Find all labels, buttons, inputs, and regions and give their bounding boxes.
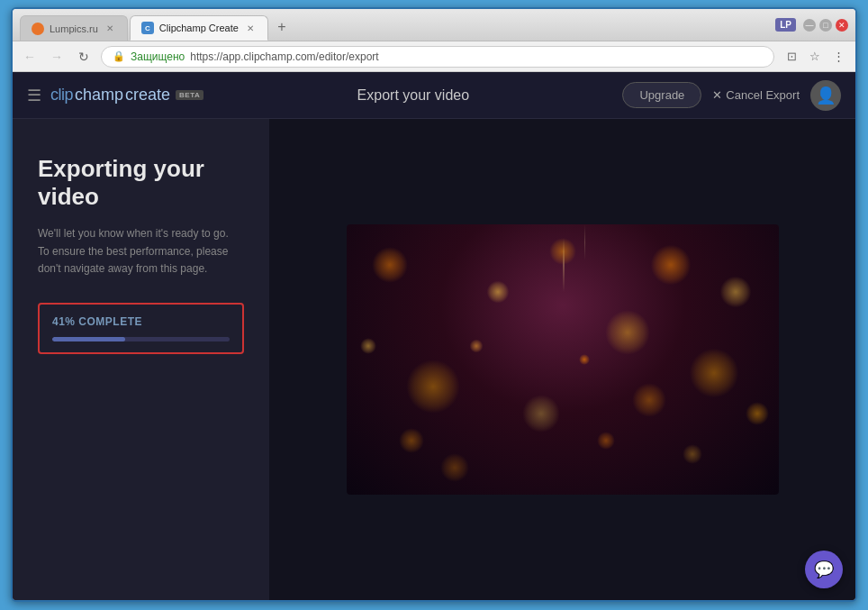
bokeh-particle xyxy=(360,338,376,354)
secure-icon: 🔒 xyxy=(113,50,125,62)
bookmark-icon[interactable]: ☆ xyxy=(805,47,825,67)
sidebar: Exporting your video We'll let you know … xyxy=(13,119,269,600)
app-header: ☰ clipchampcreate BETA Export your video… xyxy=(13,72,855,119)
cancel-label: Cancel Export xyxy=(726,88,800,102)
tab-lumpics[interactable]: Lumpics.ru ✕ xyxy=(20,15,128,41)
bokeh-particle xyxy=(632,383,666,417)
export-title: Export your video xyxy=(357,87,470,104)
browser-titlebar: Lumpics.ru ✕ C Clipchamp Create ✕ + LP —… xyxy=(13,9,855,41)
minimize-button[interactable]: — xyxy=(803,19,816,32)
progress-box: 41% COMPLETE xyxy=(38,303,244,354)
bokeh-particle xyxy=(440,453,469,482)
bokeh-particle xyxy=(399,428,424,453)
logo-clip: clip xyxy=(50,86,73,105)
light-streak xyxy=(584,224,585,260)
upgrade-button[interactable]: Upgrade xyxy=(622,82,701,108)
export-heading: Exporting your video xyxy=(38,155,244,211)
chat-icon: 💬 xyxy=(814,560,834,579)
bokeh-particle xyxy=(522,395,560,432)
header-actions: Upgrade ✕ Cancel Export 👤 xyxy=(622,80,841,111)
browser-window: Lumpics.ru ✕ C Clipchamp Create ✕ + LP —… xyxy=(11,7,857,602)
light-streak xyxy=(563,238,565,292)
progress-fill xyxy=(52,337,125,341)
bokeh-particle xyxy=(689,349,738,398)
progress-track xyxy=(52,337,230,341)
beta-badge: BETA xyxy=(176,90,203,100)
bokeh-particle xyxy=(719,277,751,308)
bokeh-particle xyxy=(597,432,615,450)
address-bar: ← → ↻ 🔒 Защищено https://app.clipchamp.c… xyxy=(13,41,855,72)
secure-label: Защищено xyxy=(131,50,185,63)
lumpics-tab-close[interactable]: ✕ xyxy=(104,23,116,35)
maximize-button[interactable]: □ xyxy=(819,19,832,32)
right-content xyxy=(269,119,855,600)
progress-label: 41% COMPLETE xyxy=(52,315,230,328)
header-center: Export your video xyxy=(203,87,622,104)
clipchamp-tab-close[interactable]: ✕ xyxy=(244,22,257,34)
bokeh-particle xyxy=(746,402,769,425)
screenshot-icon[interactable]: ⊡ xyxy=(782,47,801,67)
bokeh-particle xyxy=(406,360,460,414)
bokeh-particle xyxy=(579,354,590,365)
logo-create: create xyxy=(125,86,170,105)
app-content: ☰ clipchampcreate BETA Export your video… xyxy=(13,72,855,600)
clipchamp-favicon: C xyxy=(141,22,154,34)
address-actions: ⊡ ☆ ⋮ xyxy=(782,47,848,67)
hamburger-icon[interactable]: ☰ xyxy=(27,86,41,105)
bokeh-background xyxy=(347,224,779,495)
address-input[interactable]: 🔒 Защищено https://app.clipchamp.com/edi… xyxy=(101,46,774,68)
main-area: Exporting your video We'll let you know … xyxy=(13,119,855,600)
tab-clipchamp[interactable]: C Clipchamp Create ✕ xyxy=(130,15,268,41)
video-preview xyxy=(347,224,779,495)
lumpics-favicon xyxy=(32,23,44,35)
lp-badge: LP xyxy=(775,18,796,32)
bokeh-particle xyxy=(372,247,408,283)
user-avatar[interactable]: 👤 xyxy=(810,80,841,111)
refresh-button[interactable]: ↻ xyxy=(74,47,94,67)
bokeh-particle xyxy=(605,310,650,355)
cancel-export-button[interactable]: ✕ Cancel Export xyxy=(712,88,800,102)
cancel-x-icon: ✕ xyxy=(712,88,722,102)
app-logo: clipchampcreate BETA xyxy=(50,86,203,105)
window-controls: LP — □ ✕ xyxy=(775,18,848,32)
browser-menu-icon[interactable]: ⋮ xyxy=(828,47,848,67)
bokeh-particle xyxy=(650,245,691,286)
url-text: https://app.clipchamp.com/editor/export xyxy=(190,50,378,63)
close-button[interactable]: ✕ xyxy=(836,19,848,32)
bokeh-particle xyxy=(469,340,483,353)
export-description: We'll let you know when it's ready to go… xyxy=(38,225,244,278)
logo-champ: champ xyxy=(75,86,123,105)
new-tab-button[interactable]: + xyxy=(270,15,294,39)
bokeh-particle xyxy=(683,444,702,464)
chat-widget[interactable]: 💬 xyxy=(805,551,843,588)
tab-bar: Lumpics.ru ✕ C Clipchamp Create ✕ + xyxy=(20,9,764,41)
lumpics-tab-label: Lumpics.ru xyxy=(50,23,98,34)
clipchamp-tab-label: Clipchamp Create xyxy=(159,23,239,33)
forward-button[interactable]: → xyxy=(47,47,67,67)
back-button[interactable]: ← xyxy=(20,47,40,67)
bokeh-particle xyxy=(486,281,509,304)
